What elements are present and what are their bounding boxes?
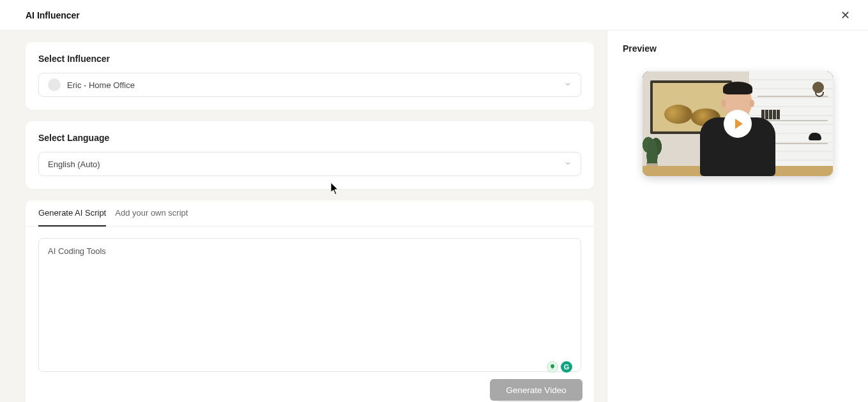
chevron-down-icon [564,80,572,90]
avatar-icon [48,78,61,91]
grammarly-icon[interactable]: G [561,361,572,373]
play-button[interactable] [724,110,752,138]
chevron-down-icon [564,160,572,169]
page-title: AI Influencer [26,10,80,20]
language-value: English (Auto) [48,160,100,169]
bulb-icon[interactable] [547,361,558,373]
assist-badges: G [547,361,572,373]
form-column: Select Influencer Eric - Home Office Sel… [0,31,607,402]
script-textarea[interactable] [38,238,581,372]
influencer-select[interactable]: Eric - Home Office [38,73,581,97]
preview-thumbnail[interactable] [643,71,833,176]
tab-add-own-script[interactable]: Add your own script [115,208,188,226]
close-icon[interactable]: ✕ [835,6,855,25]
body: Select Influencer Eric - Home Office Sel… [0,31,868,402]
influencer-value: Eric - Home Office [67,80,135,90]
preview-label: Preview [623,43,853,54]
influencer-label: Select Influencer [38,54,581,64]
influencer-card: Select Influencer Eric - Home Office [26,42,594,110]
preview-column: Preview [607,31,868,402]
language-card: Select Language English (Auto) [26,121,594,189]
script-tabs: Generate AI Script Add your own script [26,200,594,227]
generate-video-button[interactable]: Generate Video [490,379,582,401]
tab-generate-ai-script[interactable]: Generate AI Script [38,208,106,227]
header: AI Influencer ✕ [0,0,868,31]
language-select[interactable]: English (Auto) [38,152,581,176]
play-icon [735,119,743,129]
script-card: Generate AI Script Add your own script G… [26,200,594,402]
language-label: Select Language [38,133,581,143]
